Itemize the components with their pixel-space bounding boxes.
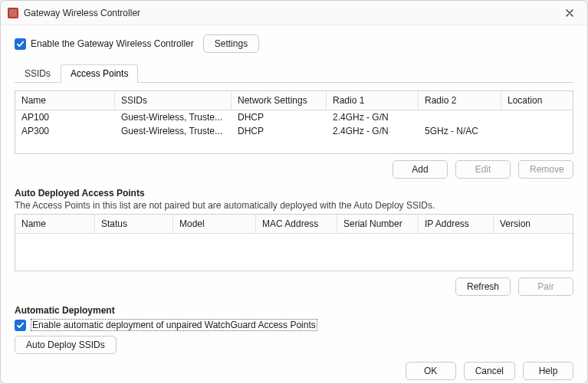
auto-deployed-body bbox=[15, 234, 573, 271]
cell-ssids: Guest-Wireless, Truste... bbox=[115, 110, 232, 124]
cell-radio1: 2.4GHz - G/N bbox=[327, 124, 419, 138]
auto-deployment-enable-row: Enable automatic deployment of unpaired … bbox=[15, 319, 573, 331]
svg-rect-1 bbox=[9, 9, 17, 17]
content-area: Enable the Gateway Wireless Controller S… bbox=[1, 25, 587, 354]
auto-deployed-table[interactable]: Name Status Model MAC Address Serial Num… bbox=[15, 214, 573, 271]
pair-button[interactable]: Pair bbox=[518, 277, 573, 296]
enable-controller-checkbox[interactable] bbox=[15, 38, 26, 50]
auto-deployed-title: Auto Deployed Access Points bbox=[15, 188, 573, 199]
title-bar: Gateway Wireless Controller bbox=[1, 1, 587, 25]
auto-deployment-label: Enable automatic deployment of unpaired … bbox=[31, 319, 317, 331]
auto-deployed-header: Name Status Model MAC Address Serial Num… bbox=[15, 215, 573, 234]
col-name[interactable]: Name bbox=[15, 91, 115, 110]
remove-button[interactable]: Remove bbox=[518, 160, 573, 179]
tab-ssids[interactable]: SSIDs bbox=[15, 64, 61, 83]
col-name[interactable]: Name bbox=[15, 215, 95, 233]
ap-buttons-row: Add Edit Remove bbox=[15, 154, 573, 179]
window-title: Gateway Wireless Controller bbox=[24, 8, 558, 18]
ap-table-body: AP100 Guest-Wireless, Truste... DHCP 2.4… bbox=[15, 110, 573, 153]
table-row[interactable]: AP300 Guest-Wireless, Truste... DHCP 2.4… bbox=[15, 124, 573, 138]
dialog-footer: OK Cancel Help bbox=[1, 354, 587, 384]
col-ip[interactable]: IP Address bbox=[419, 215, 494, 233]
refresh-button[interactable]: Refresh bbox=[455, 277, 511, 296]
settings-button[interactable]: Settings bbox=[203, 34, 259, 53]
col-location[interactable]: Location bbox=[501, 91, 573, 110]
ap-table-header: Name SSIDs Network Settings Radio 1 Radi… bbox=[15, 91, 573, 110]
auto-deploy-ssids-row: Auto Deploy SSIDs bbox=[15, 336, 573, 354]
edit-button[interactable]: Edit bbox=[455, 160, 511, 179]
cell-net: DHCP bbox=[232, 110, 327, 124]
cell-radio2 bbox=[419, 110, 501, 124]
col-model[interactable]: Model bbox=[173, 215, 256, 233]
enable-controller-label: Enable the Gateway Wireless Controller bbox=[31, 38, 194, 49]
auto-deployed-buttons-row: Refresh Pair bbox=[15, 271, 573, 296]
col-status[interactable]: Status bbox=[95, 215, 173, 233]
help-button[interactable]: Help bbox=[523, 362, 573, 380]
automatic-deployment-title: Automatic Deployment bbox=[15, 305, 573, 316]
ok-button[interactable]: OK bbox=[406, 362, 456, 380]
dialog-window: Gateway Wireless Controller Enable the G… bbox=[0, 0, 588, 384]
access-points-table[interactable]: Name SSIDs Network Settings Radio 1 Radi… bbox=[15, 90, 573, 154]
app-icon bbox=[7, 7, 19, 19]
close-button[interactable] bbox=[558, 5, 581, 21]
auto-deployed-subtitle: The Access Points in this list are not p… bbox=[15, 200, 573, 211]
col-radio2[interactable]: Radio 2 bbox=[419, 91, 501, 110]
col-network-settings[interactable]: Network Settings bbox=[232, 91, 327, 110]
cancel-button[interactable]: Cancel bbox=[464, 362, 515, 380]
enable-controller-row: Enable the Gateway Wireless Controller S… bbox=[15, 34, 573, 53]
col-serial[interactable]: Serial Number bbox=[337, 215, 419, 233]
close-icon bbox=[566, 7, 573, 19]
cell-radio1: 2.4GHz - G/N bbox=[327, 110, 419, 124]
table-row[interactable]: AP100 Guest-Wireless, Truste... DHCP 2.4… bbox=[15, 110, 573, 124]
col-version[interactable]: Version bbox=[494, 215, 573, 233]
cell-name: AP300 bbox=[15, 124, 115, 138]
col-mac[interactable]: MAC Address bbox=[256, 215, 337, 233]
tab-access-points[interactable]: Access Points bbox=[61, 64, 138, 83]
cell-location bbox=[501, 124, 573, 138]
cell-radio2: 5GHz - N/AC bbox=[419, 124, 501, 138]
col-ssids[interactable]: SSIDs bbox=[115, 91, 232, 110]
cell-net: DHCP bbox=[232, 124, 327, 138]
add-button[interactable]: Add bbox=[393, 160, 448, 179]
tab-bar: SSIDs Access Points bbox=[15, 64, 573, 83]
cell-ssids: Guest-Wireless, Truste... bbox=[115, 124, 232, 138]
col-radio1[interactable]: Radio 1 bbox=[327, 91, 419, 110]
auto-deployment-checkbox[interactable] bbox=[15, 320, 26, 331]
auto-deploy-ssids-button[interactable]: Auto Deploy SSIDs bbox=[15, 336, 117, 354]
cell-location bbox=[501, 110, 573, 124]
cell-name: AP100 bbox=[15, 110, 115, 124]
